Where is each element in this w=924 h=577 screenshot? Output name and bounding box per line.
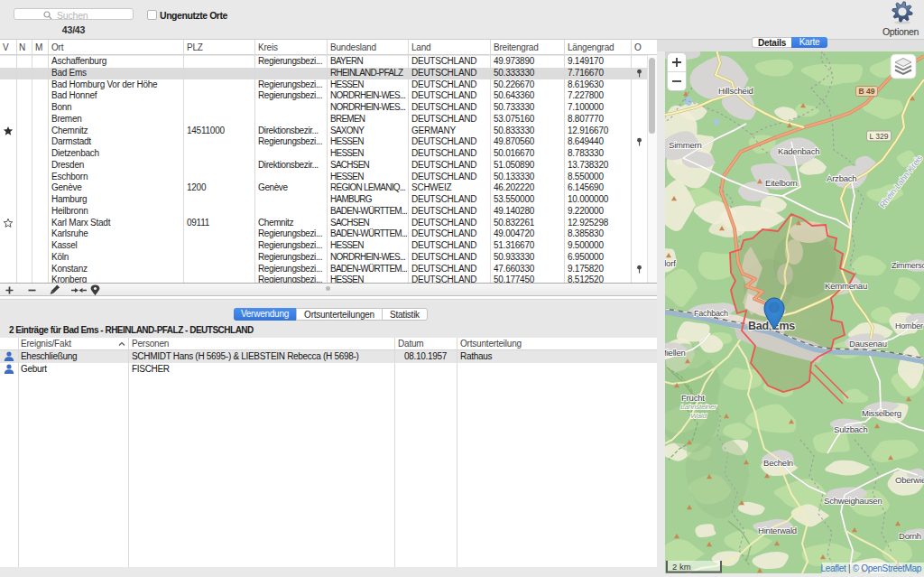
svg-text:Hinterwald: Hinterwald — [758, 526, 797, 535]
svg-text:Miellen: Miellen — [665, 348, 686, 358]
svg-text:Lahnsteiner: Lahnsteiner — [680, 403, 716, 411]
svg-text:Misselberg: Misselberg — [862, 408, 901, 418]
svg-text:Fachbach: Fachbach — [694, 309, 728, 318]
svg-text:Sulzbach: Sulzbach — [834, 424, 867, 434]
svg-text:dorf: dorf — [665, 258, 676, 268]
svg-text:Dausenau: Dausenau — [849, 339, 887, 349]
svg-text:Simmern: Simmern — [669, 140, 702, 150]
svg-text:Leaflet | © OpenStreetMap: Leaflet | © OpenStreetMap — [821, 563, 922, 573]
svg-text:2 km: 2 km — [672, 562, 691, 572]
svg-text:Frücht: Frücht — [681, 393, 705, 403]
svg-text:Schweighausen: Schweighausen — [824, 496, 882, 506]
svg-text:Arzbach: Arzbach — [827, 173, 856, 183]
svg-text:Oberwie: Oberwie — [895, 475, 924, 485]
svg-text:Eitelborn: Eitelborn — [765, 178, 798, 188]
svg-text:Kadenbach: Kadenbach — [778, 146, 819, 156]
svg-text:Wald: Wald — [690, 412, 707, 420]
svg-text:Hillscheid: Hillscheid — [718, 86, 753, 96]
svg-text:Becheln: Becheln — [763, 458, 793, 468]
svg-text:Kemmenau: Kemmenau — [825, 281, 867, 291]
svg-text:Dornh: Dornh — [899, 531, 921, 541]
svg-text:Zimmersc: Zimmersc — [892, 261, 924, 270]
svg-text:Homber: Homber — [895, 321, 923, 330]
svg-text:L 329: L 329 — [870, 132, 889, 141]
svg-text:B 49: B 49 — [859, 87, 875, 96]
